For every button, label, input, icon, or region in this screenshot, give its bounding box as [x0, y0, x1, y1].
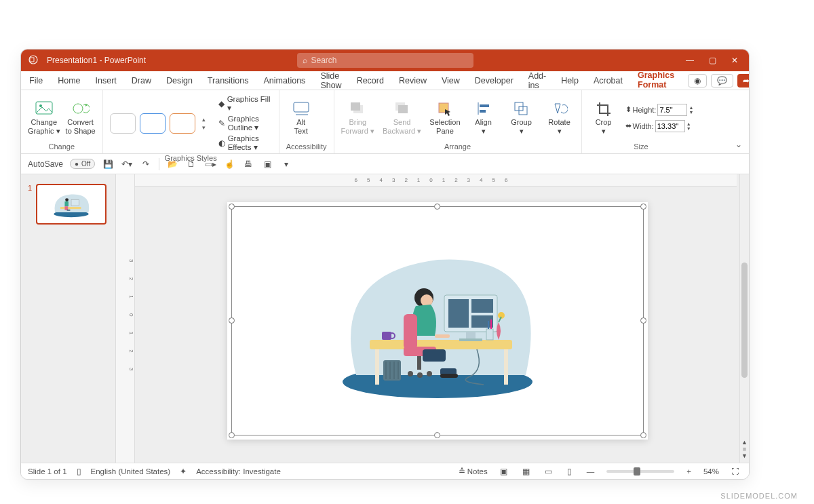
slide-counter[interactable]: Slide 1 of 1 [28, 467, 67, 476]
crop-button[interactable]: Crop ▾ [589, 100, 619, 134]
tab-developer[interactable]: Developer [473, 73, 515, 88]
resize-handle-t[interactable] [434, 203, 440, 210]
close-button[interactable]: ✕ [731, 56, 738, 65]
zoom-slider-knob[interactable] [634, 467, 640, 476]
change-graphic-label: Change Graphic ▾ [28, 118, 60, 134]
qat-more-button[interactable]: ▾ [280, 159, 292, 169]
rotate-button[interactable]: Rotate ▾ [545, 100, 575, 134]
change-graphic-button[interactable]: Change Graphic ▾ [28, 100, 60, 134]
language-status[interactable]: English (United States) [91, 467, 171, 476]
share-button[interactable]: ➦▾ [737, 74, 750, 88]
svg-rect-14 [480, 110, 486, 113]
tab-insert[interactable]: Insert [94, 73, 118, 88]
search-box[interactable]: ⌕ [297, 53, 473, 68]
tab-transitions[interactable]: Transitions [206, 73, 250, 88]
ribbon-group-accessibility: Alt Text Accessibility [279, 90, 334, 153]
outline-icon: ✎ [218, 119, 225, 128]
convert-label: Convert to Shape [66, 118, 96, 134]
vertical-scrollbar[interactable]: ▲≡▼ [739, 174, 749, 463]
resize-handle-l[interactable] [229, 317, 235, 324]
slide-thumbnails-panel: 1 [21, 174, 116, 463]
tab-acrobat[interactable]: Acrobat [592, 73, 624, 88]
resize-handle-bl[interactable] [229, 432, 235, 438]
width-icon: ⬌ [625, 121, 632, 130]
zoom-slider[interactable] [606, 470, 674, 473]
selection-pane-button[interactable]: Selection Pane [429, 100, 460, 134]
status-bar: Slide 1 of 1 ▯ English (United States) ✦… [21, 463, 749, 479]
alt-text-label: Alt Text [294, 118, 308, 134]
search-input[interactable] [311, 56, 468, 65]
resize-handle-tr[interactable] [640, 203, 646, 210]
style-gallery-more[interactable]: ▴▾ [199, 113, 209, 134]
normal-view-button[interactable]: ▣ [497, 467, 510, 476]
style-preset-3[interactable] [170, 113, 195, 134]
width-spinner[interactable]: ▲▼ [686, 121, 691, 131]
scrollbar-thumb[interactable] [741, 263, 748, 378]
svg-rect-10 [398, 105, 408, 113]
height-input[interactable] [657, 104, 687, 116]
svg-rect-18 [60, 207, 81, 209]
slideshow-view-button[interactable]: ▯ [564, 467, 575, 476]
accessibility-status[interactable]: Accessibility: Investigate [196, 467, 281, 476]
tab-file[interactable]: File [28, 73, 44, 88]
align-button[interactable]: Align ▾ [469, 100, 499, 134]
group-button[interactable]: Group ▾ [507, 100, 537, 134]
graphics-effects-button[interactable]: ◐Graphics Effects ▾ [218, 134, 272, 153]
reading-view-button[interactable]: ▭ [542, 467, 555, 476]
notes-icon: ▯ [77, 467, 81, 476]
tab-addins[interactable]: Add-ins [527, 69, 547, 93]
selection-pane-icon [435, 100, 454, 117]
maximize-button[interactable]: ▢ [709, 56, 716, 65]
tab-record[interactable]: Record [355, 73, 385, 88]
tab-view[interactable]: View [440, 73, 461, 88]
cameo-button[interactable]: ◉ [688, 74, 707, 88]
tab-design[interactable]: Design [165, 73, 194, 88]
fit-to-window-button[interactable]: ⛶ [729, 467, 742, 476]
resize-handle-b[interactable] [434, 432, 440, 438]
style-preset-1[interactable] [110, 113, 136, 134]
tab-help[interactable]: Help [560, 73, 580, 88]
zoom-in-button[interactable]: + [684, 467, 694, 476]
collapse-ribbon-button[interactable]: ⌄ [735, 140, 742, 149]
app-brand-icon [21, 54, 45, 67]
convert-to-shape-button[interactable]: Convert to Shape [66, 100, 96, 134]
watermark: SLIDEMODEL.COM [720, 492, 798, 500]
send-backward-button[interactable]: Send Backward ▾ [383, 100, 421, 134]
comments-button[interactable]: 💬 [711, 74, 733, 88]
slide-thumbnail-1[interactable]: 1 [28, 184, 109, 225]
alt-text-button[interactable]: Alt Text [286, 100, 316, 134]
height-field[interactable]: ⬍Height:▲▼ [625, 104, 694, 116]
tab-draw[interactable]: Draw [130, 73, 153, 88]
svg-point-20 [65, 198, 69, 201]
zoom-value[interactable]: 54% [703, 467, 719, 476]
svg-rect-22 [65, 206, 69, 210]
vertical-ruler[interactable]: 3 2 1 0 1 2 3 [116, 174, 135, 463]
tab-review[interactable]: Review [398, 73, 428, 88]
graphics-fill-button[interactable]: ◆Graphics Fill ▾ [218, 94, 272, 113]
style-preset-2[interactable] [140, 113, 166, 134]
resize-handle-br[interactable] [640, 432, 646, 438]
minimize-button[interactable]: — [686, 56, 694, 65]
slide[interactable] [227, 202, 648, 440]
selection-bounding-box[interactable] [231, 206, 644, 435]
autosave-toggle[interactable]: ● Off [70, 159, 95, 169]
width-input[interactable] [655, 120, 685, 132]
send-backward-icon [393, 100, 412, 117]
tab-home[interactable]: Home [56, 73, 81, 88]
bring-forward-button[interactable]: Bring Forward ▾ [341, 100, 374, 134]
graphics-outline-button[interactable]: ✎Graphics Outline ▾ [218, 114, 272, 133]
tab-slideshow[interactable]: Slide Show [319, 69, 343, 93]
resize-handle-tl[interactable] [229, 203, 235, 210]
width-field[interactable]: ⬌Width:▲▼ [625, 120, 694, 132]
zoom-out-button[interactable]: — [584, 467, 598, 476]
svg-point-4 [73, 104, 83, 113]
notes-toggle[interactable]: ≙ Notes [459, 467, 488, 476]
ribbon-group-size: Crop ▾ ⬍Height:▲▼ ⬌Width:▲▼ Size [582, 90, 701, 153]
resize-handle-r[interactable] [640, 317, 646, 324]
tab-animations[interactable]: Animations [263, 73, 307, 88]
height-spinner[interactable]: ▲▼ [689, 105, 693, 115]
slide-nav-arrows[interactable]: ▲≡▼ [740, 440, 749, 460]
tab-graphics-format[interactable]: Graphics Format [636, 68, 676, 94]
slide-canvas-area[interactable] [135, 174, 739, 463]
sorter-view-button[interactable]: ▦ [520, 467, 532, 476]
